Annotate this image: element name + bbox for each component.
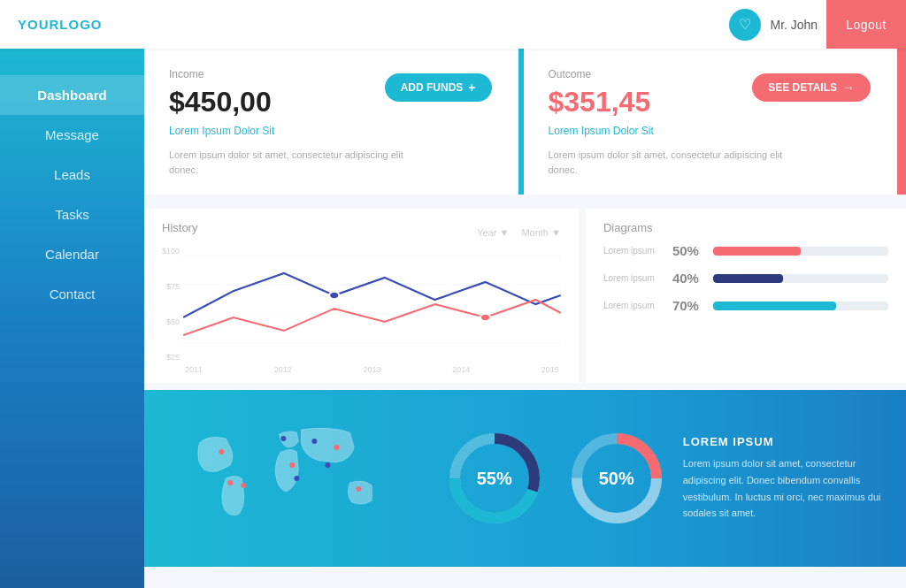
donut-1-label: 55% bbox=[477, 469, 512, 489]
bar-track-2 bbox=[713, 274, 888, 283]
outcome-accent-bar bbox=[897, 49, 906, 195]
donut-2-label: 50% bbox=[599, 469, 634, 489]
bar-fill-1 bbox=[713, 247, 801, 256]
x-axis: 2011 2012 2013 2014 2015 bbox=[183, 365, 561, 374]
x-label-2014: 2014 bbox=[452, 365, 470, 374]
donut-container: 55% 50% bbox=[446, 430, 665, 527]
avatar: ♡ bbox=[729, 9, 761, 41]
bar-fill-2 bbox=[713, 274, 783, 283]
year-filter[interactable]: Year ▼ bbox=[477, 227, 509, 238]
svg-point-8 bbox=[280, 436, 286, 441]
x-label-2015: 2015 bbox=[541, 365, 559, 374]
lorem-text: Lorem ipsum dolor sit amet, consectetur … bbox=[683, 455, 885, 522]
bottom-section: 55% 50% LOREM IPSUM Lorem ipsum dolor si… bbox=[144, 390, 906, 567]
charts-row: History Year ▼ Month ▼ $100 $75 $50 $25 bbox=[144, 195, 906, 383]
diagram-name-2: Lorem ipsum bbox=[603, 273, 665, 283]
x-label-2012: 2012 bbox=[274, 365, 292, 374]
logout-button[interactable]: Logout bbox=[826, 0, 906, 49]
lorem-title: LOREM IPSUM bbox=[683, 435, 885, 448]
sidebar: Dashboard Message Leads Tasks Calendar C… bbox=[0, 49, 144, 588]
sidebar-item-contact[interactable]: Contact bbox=[0, 274, 144, 314]
x-label-2013: 2013 bbox=[363, 365, 380, 374]
diagram-name-1: Lorem ipsum bbox=[603, 246, 665, 256]
main-content: Income $450,00 Lorem Ipsum Dolor Sit ADD… bbox=[144, 49, 906, 588]
diagram-pct-1: 50% bbox=[672, 243, 706, 258]
see-details-label: SEE DETAILS bbox=[768, 81, 837, 94]
sidebar-item-tasks[interactable]: Tasks bbox=[0, 195, 144, 234]
history-chart-svg bbox=[183, 247, 561, 362]
user-name: Mr. John bbox=[770, 18, 818, 32]
income-link[interactable]: Lorem Ipsum Dolor Sit bbox=[169, 125, 274, 137]
sidebar-item-message[interactable]: Message bbox=[0, 115, 144, 155]
diagram-item-3: Lorem ipsum 70% bbox=[603, 298, 888, 313]
add-funds-label: ADD FUNDS bbox=[401, 81, 464, 94]
top-cards: Income $450,00 Lorem Ipsum Dolor Sit ADD… bbox=[144, 49, 906, 195]
outcome-card: Outcome $351,45 Lorem Ipsum Dolor Sit SE… bbox=[524, 49, 898, 195]
svg-point-13 bbox=[356, 486, 361, 492]
diagram-name-3: Lorem ipsum bbox=[603, 301, 665, 310]
arrow-right-icon: → bbox=[842, 80, 855, 95]
bar-track-3 bbox=[713, 302, 888, 310]
svg-point-5 bbox=[480, 314, 490, 321]
diagrams-panel: Diagrams Lorem ipsum 50% Lorem ipsum 40% bbox=[586, 209, 906, 383]
chart-filters: Year ▼ Month ▼ bbox=[477, 227, 561, 238]
svg-point-9 bbox=[289, 462, 295, 468]
svg-point-7 bbox=[227, 480, 233, 485]
y-axis-labels: $100 $75 $50 $25 bbox=[162, 247, 183, 362]
chart-header: History Year ▼ Month ▼ bbox=[162, 221, 561, 243]
sidebar-item-calendar[interactable]: Calendar bbox=[0, 234, 144, 274]
header-right: ♡ Mr. John Logout bbox=[729, 0, 906, 49]
svg-point-15 bbox=[241, 483, 246, 488]
add-funds-button[interactable]: ADD FUNDS + bbox=[385, 73, 492, 102]
outcome-link[interactable]: Lorem Ipsum Dolor Sit bbox=[549, 125, 654, 137]
diagrams-title: Diagrams bbox=[603, 221, 888, 234]
plus-icon: + bbox=[468, 80, 475, 95]
diagram-pct-3: 70% bbox=[672, 298, 706, 313]
svg-point-4 bbox=[329, 292, 339, 299]
donut-2: 50% bbox=[568, 430, 665, 527]
world-map bbox=[165, 416, 428, 540]
sidebar-item-dashboard[interactable]: Dashboard bbox=[0, 75, 144, 115]
diagram-pct-2: 40% bbox=[672, 271, 706, 286]
bar-track-1 bbox=[713, 247, 888, 256]
history-title: History bbox=[162, 221, 197, 234]
logo: YOURLOGO bbox=[0, 17, 120, 32]
world-map-svg bbox=[165, 416, 428, 540]
outcome-desc: Lorem ipsum dolor sit amet, consectetur … bbox=[549, 148, 796, 177]
see-details-button[interactable]: SEE DETAILS → bbox=[752, 73, 871, 102]
svg-point-10 bbox=[311, 439, 317, 444]
svg-point-14 bbox=[294, 476, 299, 481]
donut-1: 55% bbox=[446, 430, 543, 527]
svg-point-6 bbox=[219, 449, 224, 454]
svg-point-11 bbox=[334, 445, 339, 450]
sidebar-item-leads[interactable]: Leads bbox=[0, 155, 144, 195]
diagram-item-1: Lorem ipsum 50% bbox=[603, 243, 888, 258]
month-filter[interactable]: Month ▼ bbox=[521, 227, 561, 238]
income-desc: Lorem ipsum dolor sit amet, consectetur … bbox=[169, 148, 417, 177]
svg-point-12 bbox=[325, 462, 330, 468]
history-chart: History Year ▼ Month ▼ $100 $75 $50 $25 bbox=[144, 209, 579, 383]
header: YOURLOGO ♡ Mr. John Logout bbox=[0, 0, 906, 49]
diagram-item-2: Lorem ipsum 40% bbox=[603, 271, 888, 286]
bar-fill-3 bbox=[713, 302, 836, 310]
x-label-2011: 2011 bbox=[185, 365, 203, 374]
income-card: Income $450,00 Lorem Ipsum Dolor Sit ADD… bbox=[144, 49, 518, 195]
bottom-text: LOREM IPSUM Lorem ipsum dolor sit amet, … bbox=[683, 435, 885, 522]
